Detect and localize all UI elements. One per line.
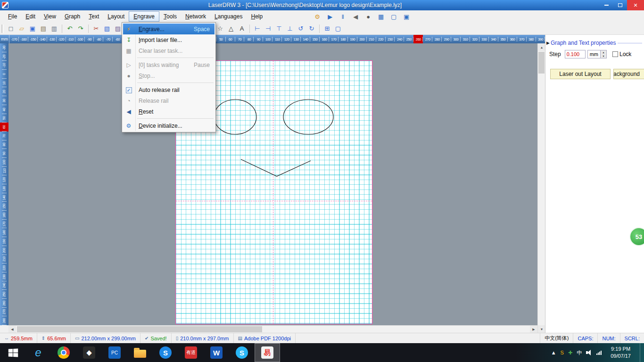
show-desktop-button[interactable] [640,343,644,362]
file-explorer-button[interactable] [127,343,153,362]
copy-icon[interactable]: ▧ [102,24,112,33]
align-top-icon[interactable]: ⊤ [274,24,284,33]
menu-graph[interactable]: Graph [60,11,84,22]
lock-control[interactable]: Lock [612,51,631,58]
menu-item-stop[interactable]: ●Stop... [123,70,215,81]
menu-layout[interactable]: Layout [103,11,129,22]
menu-item-reset[interactable]: ◀Reset [123,106,215,117]
play-icon[interactable]: ▶ [325,12,335,21]
menu-help[interactable]: Help [247,11,267,22]
tray-expand-icon[interactable]: ▲ [551,350,556,355]
ruler-mark-50: 50 [0,114,8,123]
menu-item-import-laser-file[interactable]: ↧Import laser file... [123,34,215,45]
preview-icon[interactable]: ▢ [333,24,343,33]
beak-polyline[interactable] [241,159,311,176]
rotate-left-icon[interactable]: ↺ [296,24,306,33]
task-list-icon[interactable]: ▦ [376,12,386,21]
rotate-right-icon[interactable]: ↻ [306,24,317,33]
chrome-button[interactable] [51,343,76,362]
horizontal-scrollbar[interactable]: ◀ ▶ [8,325,537,333]
polygon-tool-icon[interactable]: △ [226,24,236,33]
window-title: LaserDRW 3 - [C:\Users\Wenzhong\Desktop\… [10,2,600,8]
tray-network-icon[interactable] [596,350,602,355]
menu-text[interactable]: Text [84,11,103,22]
start-button[interactable] [0,343,25,362]
star-tool-icon[interactable]: ☆ [215,24,225,33]
menu-languages[interactable]: Languages [210,11,247,22]
print-icon[interactable]: ▥ [49,24,59,33]
panel-expand-icon[interactable]: ▶ [546,41,550,45]
menu-file[interactable]: File [4,11,21,22]
grid-view-icon[interactable]: ⊞ [322,24,332,33]
scroll-right-arrow[interactable]: ▶ [530,326,537,333]
horizontal-scroll-thumb[interactable] [17,326,262,332]
background-button[interactable]: Background [613,69,644,79]
right-eye-ellipse[interactable] [283,99,333,134]
new-file-icon[interactable]: ◻ [6,24,16,33]
menu-item-auto-release-rail[interactable]: ✓Auto release rail [123,84,215,95]
monitor-icon[interactable]: ▢ [388,12,399,21]
inkscape-button[interactable]: ◆ [76,343,102,362]
menu-item-release-rail[interactable]: ◔Release rail [123,95,215,106]
menu-edit[interactable]: Edit [21,11,40,22]
cut-icon[interactable]: ✂ [91,24,101,33]
menu-engrave[interactable]: Engrave [129,11,159,22]
scroll-left-arrow[interactable]: ◀ [8,326,16,333]
align-left-icon[interactable]: ⊢ [252,24,263,33]
scroll-up-arrow[interactable]: ▲ [538,43,545,51]
ruler-mark-label: 90 [257,37,260,41]
yi-app-button[interactable]: 易 [255,343,280,362]
step-spinner[interactable]: ▴ ▾ [600,50,606,58]
open-file-icon[interactable]: ▱ [17,24,27,33]
scroll-down-arrow[interactable]: ▼ [538,325,545,333]
spinner-up-icon[interactable]: ▴ [601,50,606,54]
tray-security-icon[interactable]: ✚ [568,350,572,356]
stop-icon[interactable]: ● [363,12,373,21]
menu-item-device-initialize[interactable]: ⚙Device initialize... [123,120,215,131]
left-eye-ellipse[interactable] [214,99,256,134]
align-bottom-icon[interactable]: ⊥ [285,24,295,33]
spinner-down-icon[interactable]: ▾ [601,54,606,58]
horizontal-ruler[interactable]: mm -170-160-150-140-130-120-110-100-90-8… [0,35,545,43]
laser-out-layout-button[interactable]: Laser out Layout [550,69,611,79]
ruler-mark-label: 280 [2,318,6,323]
vertical-scroll-thumb[interactable] [538,52,545,74]
menu-item-clear-laser-task[interactable]: ▦Clear laser task... [123,45,215,56]
ruler-mark-label: 180 [340,37,346,41]
vertical-scrollbar[interactable]: ▲ ▼ [537,43,545,333]
tray-sogou-icon[interactable]: S [561,350,564,355]
step-input[interactable] [565,50,586,58]
vertical-ruler[interactable]: -30-20-100102030405060708090100110120130… [0,43,8,325]
canvas-viewport[interactable] [8,43,537,325]
menu-item-0-tasks-waiting[interactable]: ▷[0] tasks waitingPause [123,59,215,70]
ie-button[interactable]: e [25,343,51,362]
stamp-icon[interactable]: ▤ [38,24,49,33]
engrave-settings-icon[interactable]: ⚙ [312,12,322,21]
sogou-browser-button[interactable]: S [153,343,178,362]
align-right-icon[interactable]: ⊣ [263,24,273,33]
pause-icon[interactable]: ‖ [338,12,348,21]
maximize-button[interactable] [613,0,627,10]
rewind-icon[interactable]: ◀ [350,12,361,21]
close-button[interactable]: ✕ [627,0,644,10]
minimize-button[interactable] [600,0,613,10]
menu-tools[interactable]: Tools [159,11,181,22]
youdao-button[interactable]: 有道 [178,343,204,362]
tray-volume-icon[interactable] [586,350,592,355]
text-tool-icon[interactable]: A [237,24,247,33]
toolbar-grip[interactable] [1,25,4,33]
unit-select[interactable]: mm ▴ ▾ [587,50,607,58]
sogou-input-button[interactable]: S [229,343,255,362]
tray-ime-icon[interactable]: 中 [577,349,582,356]
word-button[interactable]: W [204,343,229,362]
menu-view[interactable]: View [40,11,60,22]
pc-manager-button[interactable]: PC [102,343,127,362]
lock-checkbox[interactable] [612,51,618,57]
taskbar-clock[interactable]: 9:19 PM 09/07/17 [606,346,636,360]
redo-icon[interactable]: ↷ [75,24,86,33]
undo-icon[interactable]: ↶ [65,24,75,33]
display-icon[interactable]: ▣ [401,12,412,21]
save-file-icon[interactable]: ▣ [27,24,38,33]
menu-item-engrave[interactable]: ⚡Engrave...Space [123,24,215,34]
menu-network[interactable]: Network [181,11,210,22]
